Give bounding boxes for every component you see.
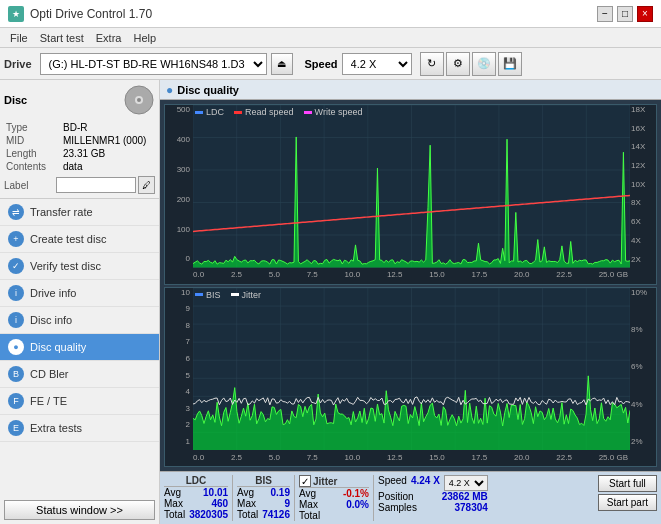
label-row: Label 🖊 bbox=[4, 176, 155, 194]
speed-position-stats: Speed 4.24 X 4.2 X Position 23862 MB Sam… bbox=[378, 475, 488, 521]
bis-avg-value: 0.19 bbox=[271, 487, 290, 498]
drivebar: Drive (G:) HL-DT-ST BD-RE WH16NS48 1.D3 … bbox=[0, 48, 661, 80]
speed-dropdown[interactable]: 4.2 X bbox=[444, 475, 488, 491]
titlebar-left: ★ Opti Drive Control 1.70 bbox=[8, 6, 152, 22]
fe-te-icon: F bbox=[8, 393, 24, 409]
jitter-max-label: Max bbox=[299, 499, 318, 510]
sidebar-item-create-test-disc[interactable]: + Create test disc bbox=[0, 226, 159, 253]
divider-1 bbox=[232, 475, 233, 521]
jitter-stats: ✓ Jitter Avg -0.1% Max 0.0% Total bbox=[299, 475, 369, 521]
ldc-max-value: 460 bbox=[211, 498, 228, 509]
bis-avg-row: Avg 0.19 bbox=[237, 487, 290, 498]
label-input[interactable] bbox=[56, 177, 136, 193]
sidebar-item-label: Transfer rate bbox=[30, 206, 93, 218]
charts-area: LDC Read speed Write speed 500 400 bbox=[160, 100, 661, 471]
jitter-avg-value: -0.1% bbox=[343, 488, 369, 499]
speed-stat-label: Speed bbox=[378, 475, 407, 491]
main-layout: Disc Type BD-R MID MILLENMR1 (000) Lengt bbox=[0, 80, 661, 524]
menu-file[interactable]: File bbox=[4, 31, 34, 45]
app-icon: ★ bbox=[8, 6, 24, 22]
divider-3 bbox=[373, 475, 374, 521]
maximize-button[interactable]: □ bbox=[617, 6, 633, 22]
menu-starttest[interactable]: Start test bbox=[34, 31, 90, 45]
sidebar-item-disc-quality[interactable]: ● Disc quality bbox=[0, 334, 159, 361]
create-test-icon: + bbox=[8, 231, 24, 247]
top-x-axis: 0.0 2.5 5.0 7.5 10.0 12.5 15.0 17.5 20.0… bbox=[193, 266, 628, 284]
left-panel: Disc Type BD-R MID MILLENMR1 (000) Lengt bbox=[0, 80, 160, 524]
menu-extra[interactable]: Extra bbox=[90, 31, 128, 45]
ldc-stats: LDC Avg 10.01 Max 460 Total 3820305 bbox=[164, 475, 228, 521]
ldc-total-row: Total 3820305 bbox=[164, 509, 228, 520]
start-part-button[interactable]: Start part bbox=[598, 494, 657, 511]
disc-header: Disc bbox=[4, 84, 155, 116]
transfer-rate-icon: ⇌ bbox=[8, 204, 24, 220]
bottom-x-axis: 0.0 2.5 5.0 7.5 10.0 12.5 15.0 17.5 20.0… bbox=[193, 448, 628, 466]
drive-info-icon: i bbox=[8, 285, 24, 301]
status-window-button[interactable]: Status window >> bbox=[4, 500, 155, 520]
sidebar-item-label: Drive info bbox=[30, 287, 76, 299]
drive-select[interactable]: (G:) HL-DT-ST BD-RE WH16NS48 1.D3 bbox=[40, 53, 267, 75]
bis-max-value: 9 bbox=[284, 498, 290, 509]
jitter-checkbox[interactable]: ✓ bbox=[299, 475, 311, 487]
sidebar-item-label: Create test disc bbox=[30, 233, 106, 245]
type-label: Type bbox=[6, 122, 61, 133]
samples-row: Samples 378304 bbox=[378, 502, 488, 513]
ldc-legend-dot bbox=[195, 111, 203, 114]
menubar: File Start test Extra Help bbox=[0, 28, 661, 48]
minimize-button[interactable]: − bbox=[597, 6, 613, 22]
label-label: Label bbox=[4, 180, 54, 191]
sidebar-item-drive-info[interactable]: i Drive info bbox=[0, 280, 159, 307]
bis-total-row: Total 74126 bbox=[237, 509, 290, 520]
disc-button[interactable]: 💿 bbox=[472, 52, 496, 76]
sidebar-item-cd-bler[interactable]: B CD Bler bbox=[0, 361, 159, 388]
top-chart-svg bbox=[193, 105, 630, 268]
eject-button[interactable]: ⏏ bbox=[271, 53, 293, 75]
speed-row: Speed 4.24 X 4.2 X bbox=[378, 475, 488, 491]
chart-title: Disc quality bbox=[177, 84, 239, 96]
ldc-legend-label: LDC bbox=[206, 107, 224, 117]
disc-header-label: Disc bbox=[4, 94, 27, 106]
bottom-chart: BIS Jitter 10 9 8 7 6 5 4 bbox=[164, 287, 657, 468]
sidebar-item-verify-test-disc[interactable]: ✓ Verify test disc bbox=[0, 253, 159, 280]
close-button[interactable]: × bbox=[637, 6, 653, 22]
write-speed-legend-dot bbox=[304, 111, 312, 114]
svg-point-2 bbox=[137, 98, 141, 102]
jitter-total-label: Total bbox=[299, 510, 320, 521]
stats-bar: LDC Avg 10.01 Max 460 Total 3820305 bbox=[160, 471, 661, 524]
samples-value: 378304 bbox=[454, 502, 487, 513]
sidebar-item-disc-info[interactable]: i Disc info bbox=[0, 307, 159, 334]
sidebar-item-label: CD Bler bbox=[30, 368, 69, 380]
sidebar-item-transfer-rate[interactable]: ⇌ Transfer rate bbox=[0, 199, 159, 226]
menu-help[interactable]: Help bbox=[127, 31, 162, 45]
titlebar-controls: − □ × bbox=[597, 6, 653, 22]
disc-length-row: Length 23.31 GB bbox=[6, 148, 153, 159]
jitter-header-label: Jitter bbox=[313, 476, 337, 487]
ldc-avg-label: Avg bbox=[164, 487, 181, 498]
position-row: Position 23862 MB bbox=[378, 491, 488, 502]
bottom-y-axis-right: 10% 8% 6% 4% 2% bbox=[628, 288, 656, 447]
top-y-axis-right: 18X 16X 14X 12X 10X 8X 6X 4X 2X bbox=[628, 105, 656, 264]
read-speed-legend-label: Read speed bbox=[245, 107, 294, 117]
ldc-header: LDC bbox=[164, 475, 228, 487]
top-chart: LDC Read speed Write speed 500 400 bbox=[164, 104, 657, 285]
save-button[interactable]: 💾 bbox=[498, 52, 522, 76]
sidebar-item-extra-tests[interactable]: E Extra tests bbox=[0, 415, 159, 442]
disc-info-icon: i bbox=[8, 312, 24, 328]
refresh-button[interactable]: ↻ bbox=[420, 52, 444, 76]
ldc-max-label: Max bbox=[164, 498, 183, 509]
speed-select[interactable]: 4.2 X bbox=[342, 53, 412, 75]
jitter-legend-label: Jitter bbox=[242, 290, 262, 300]
sidebar-item-label: Verify test disc bbox=[30, 260, 101, 272]
write-speed-legend: Write speed bbox=[304, 107, 363, 117]
bottom-y-axis-left: 10 9 8 7 6 5 4 3 2 1 bbox=[165, 288, 193, 447]
position-value: 23862 MB bbox=[442, 491, 488, 502]
label-button[interactable]: 🖊 bbox=[138, 176, 155, 194]
start-full-button[interactable]: Start full bbox=[598, 475, 657, 492]
disc-contents-row: Contents data bbox=[6, 161, 153, 172]
disc-type-row: Type BD-R bbox=[6, 122, 153, 133]
ldc-total-label: Total bbox=[164, 509, 185, 520]
disc-info-table: Type BD-R MID MILLENMR1 (000) Length 23.… bbox=[4, 120, 155, 174]
sidebar-item-fe-te[interactable]: F FE / TE bbox=[0, 388, 159, 415]
ldc-avg-row: Avg 10.01 bbox=[164, 487, 228, 498]
config-button[interactable]: ⚙ bbox=[446, 52, 470, 76]
